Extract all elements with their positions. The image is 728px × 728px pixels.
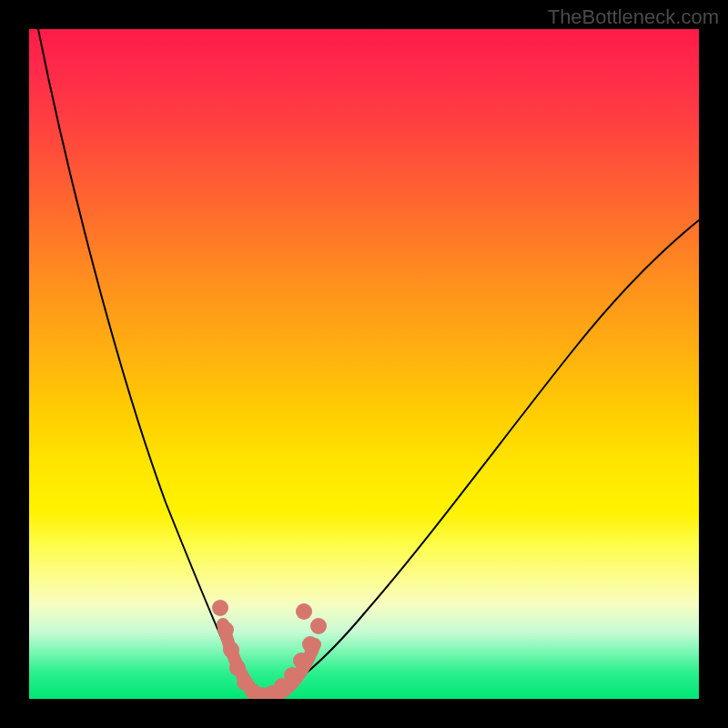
highlight-dot-icon bbox=[284, 667, 300, 683]
highlight-dot-icon bbox=[293, 652, 309, 669]
highlight-dot-icon bbox=[229, 660, 246, 676]
plot-area bbox=[29, 29, 699, 699]
left-curve bbox=[38, 29, 257, 699]
right-curve bbox=[266, 220, 699, 699]
highlight-dot-icon bbox=[217, 622, 234, 638]
highlight-dot-icon bbox=[302, 636, 318, 652]
chart-svg bbox=[29, 29, 699, 699]
watermark-text: TheBottleneck.com bbox=[548, 5, 719, 29]
highlight-dot-icon bbox=[296, 603, 312, 620]
highlight-dot-icon bbox=[212, 600, 228, 616]
highlight-dot-icon bbox=[223, 642, 239, 658]
figure-frame: TheBottleneck.com bbox=[0, 0, 728, 728]
highlight-dot-icon bbox=[310, 618, 327, 634]
